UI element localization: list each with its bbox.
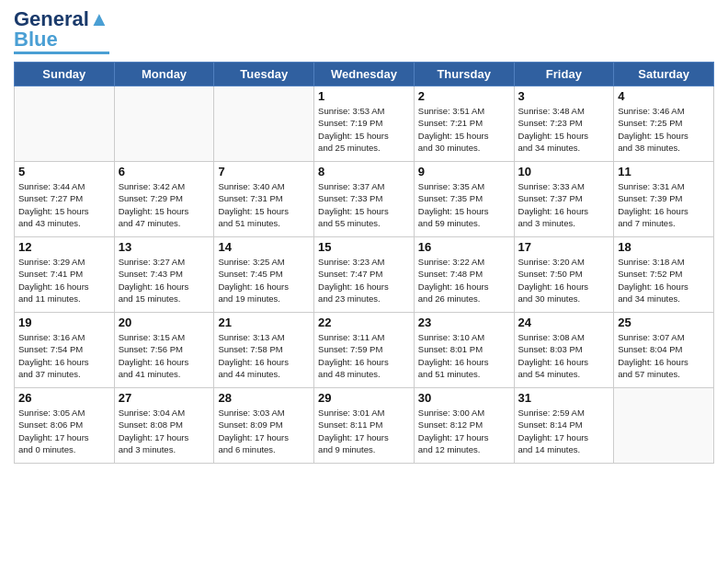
logo-line bbox=[14, 52, 109, 54]
calendar-cell: 11Sunrise: 3:31 AMSunset: 7:39 PMDayligh… bbox=[614, 162, 714, 237]
day-info: Sunrise: 2:59 AMSunset: 8:14 PMDaylight:… bbox=[518, 407, 610, 455]
logo-text: General▲ bbox=[14, 9, 109, 29]
calendar-cell: 1Sunrise: 3:53 AMSunset: 7:19 PMDaylight… bbox=[314, 86, 415, 162]
calendar-cell: 5Sunrise: 3:44 AMSunset: 7:27 PMDaylight… bbox=[15, 162, 115, 237]
day-number: 29 bbox=[318, 391, 410, 405]
day-info: Sunrise: 3:23 AMSunset: 7:47 PMDaylight:… bbox=[318, 256, 410, 304]
day-number: 28 bbox=[218, 391, 310, 405]
day-info: Sunrise: 3:16 AMSunset: 7:54 PMDaylight:… bbox=[18, 331, 110, 380]
day-number: 17 bbox=[518, 240, 610, 254]
calendar-cell: 3Sunrise: 3:48 AMSunset: 7:23 PMDaylight… bbox=[514, 86, 614, 162]
day-info: Sunrise: 3:05 AMSunset: 8:06 PMDaylight:… bbox=[18, 407, 110, 455]
calendar-cell: 12Sunrise: 3:29 AMSunset: 7:41 PMDayligh… bbox=[15, 237, 115, 313]
day-number: 11 bbox=[618, 165, 710, 178]
day-number: 26 bbox=[18, 391, 110, 405]
day-info: Sunrise: 3:04 AMSunset: 8:08 PMDaylight:… bbox=[119, 407, 210, 455]
day-info: Sunrise: 3:44 AMSunset: 7:27 PMDaylight:… bbox=[18, 180, 110, 229]
calendar-cell: 8Sunrise: 3:37 AMSunset: 7:33 PMDaylight… bbox=[314, 162, 415, 237]
day-info: Sunrise: 3:15 AMSunset: 7:56 PMDaylight:… bbox=[119, 331, 210, 380]
day-of-week-header: Thursday bbox=[414, 63, 514, 86]
header: General▲ Blue bbox=[14, 9, 714, 54]
day-number: 21 bbox=[218, 316, 310, 329]
calendar-cell: 21Sunrise: 3:13 AMSunset: 7:58 PMDayligh… bbox=[214, 313, 314, 388]
day-number: 1 bbox=[318, 89, 410, 103]
day-info: Sunrise: 3:31 AMSunset: 7:39 PMDaylight:… bbox=[618, 180, 710, 229]
day-info: Sunrise: 3:11 AMSunset: 7:59 PMDaylight:… bbox=[318, 331, 410, 380]
calendar-week-row: 5Sunrise: 3:44 AMSunset: 7:27 PMDaylight… bbox=[15, 162, 714, 237]
day-number: 23 bbox=[418, 316, 510, 329]
day-info: Sunrise: 3:18 AMSunset: 7:52 PMDaylight:… bbox=[618, 256, 710, 304]
day-number: 19 bbox=[18, 316, 110, 329]
day-info: Sunrise: 3:46 AMSunset: 7:25 PMDaylight:… bbox=[618, 105, 710, 154]
day-number: 20 bbox=[119, 316, 210, 329]
day-number: 3 bbox=[518, 89, 610, 103]
day-of-week-header: Saturday bbox=[614, 63, 714, 86]
day-info: Sunrise: 3:33 AMSunset: 7:37 PMDaylight:… bbox=[518, 180, 610, 229]
calendar-cell: 18Sunrise: 3:18 AMSunset: 7:52 PMDayligh… bbox=[614, 237, 714, 313]
day-info: Sunrise: 3:48 AMSunset: 7:23 PMDaylight:… bbox=[518, 105, 610, 154]
day-number: 10 bbox=[518, 165, 610, 178]
logo-blue: Blue bbox=[14, 29, 58, 50]
day-number: 8 bbox=[318, 165, 410, 178]
calendar-cell: 17Sunrise: 3:20 AMSunset: 7:50 PMDayligh… bbox=[514, 237, 614, 313]
calendar-cell: 13Sunrise: 3:27 AMSunset: 7:43 PMDayligh… bbox=[114, 237, 214, 313]
calendar-cell: 30Sunrise: 3:00 AMSunset: 8:12 PMDayligh… bbox=[414, 388, 514, 464]
calendar-week-row: 1Sunrise: 3:53 AMSunset: 7:19 PMDaylight… bbox=[15, 86, 714, 162]
day-info: Sunrise: 3:20 AMSunset: 7:50 PMDaylight:… bbox=[518, 256, 610, 304]
day-of-week-row: SundayMondayTuesdayWednesdayThursdayFrid… bbox=[15, 63, 714, 86]
day-number: 30 bbox=[418, 391, 510, 405]
day-info: Sunrise: 3:53 AMSunset: 7:19 PMDaylight:… bbox=[318, 105, 410, 154]
day-number: 12 bbox=[18, 240, 110, 254]
calendar-cell: 26Sunrise: 3:05 AMSunset: 8:06 PMDayligh… bbox=[15, 388, 115, 464]
day-number: 5 bbox=[18, 165, 110, 178]
calendar-cell: 14Sunrise: 3:25 AMSunset: 7:45 PMDayligh… bbox=[214, 237, 314, 313]
day-info: Sunrise: 3:22 AMSunset: 7:48 PMDaylight:… bbox=[418, 256, 510, 304]
calendar-cell: 19Sunrise: 3:16 AMSunset: 7:54 PMDayligh… bbox=[15, 313, 115, 388]
day-number: 25 bbox=[618, 316, 710, 329]
day-info: Sunrise: 3:07 AMSunset: 8:04 PMDaylight:… bbox=[618, 331, 710, 380]
calendar-cell bbox=[15, 86, 115, 162]
day-info: Sunrise: 3:03 AMSunset: 8:09 PMDaylight:… bbox=[218, 407, 310, 455]
calendar-cell: 24Sunrise: 3:08 AMSunset: 8:03 PMDayligh… bbox=[514, 313, 614, 388]
day-number: 6 bbox=[119, 165, 210, 178]
calendar-week-row: 12Sunrise: 3:29 AMSunset: 7:41 PMDayligh… bbox=[15, 237, 714, 313]
calendar-table: SundayMondayTuesdayWednesdayThursdayFrid… bbox=[14, 62, 714, 464]
day-number: 18 bbox=[618, 240, 710, 254]
day-of-week-header: Friday bbox=[514, 63, 614, 86]
calendar-cell: 16Sunrise: 3:22 AMSunset: 7:48 PMDayligh… bbox=[414, 237, 514, 313]
calendar-cell bbox=[214, 86, 314, 162]
day-number: 7 bbox=[218, 165, 310, 178]
page-container: General▲ Blue SundayMondayTuesdayWednesd… bbox=[0, 0, 728, 473]
day-info: Sunrise: 3:42 AMSunset: 7:29 PMDaylight:… bbox=[119, 180, 210, 229]
day-info: Sunrise: 3:00 AMSunset: 8:12 PMDaylight:… bbox=[418, 407, 510, 455]
day-info: Sunrise: 3:08 AMSunset: 8:03 PMDaylight:… bbox=[518, 331, 610, 380]
day-info: Sunrise: 3:13 AMSunset: 7:58 PMDaylight:… bbox=[218, 331, 310, 380]
day-of-week-header: Sunday bbox=[15, 63, 115, 86]
calendar-week-row: 26Sunrise: 3:05 AMSunset: 8:06 PMDayligh… bbox=[15, 388, 714, 464]
calendar-cell: 31Sunrise: 2:59 AMSunset: 8:14 PMDayligh… bbox=[514, 388, 614, 464]
day-info: Sunrise: 3:01 AMSunset: 8:11 PMDaylight:… bbox=[318, 407, 410, 455]
day-info: Sunrise: 3:27 AMSunset: 7:43 PMDaylight:… bbox=[119, 256, 210, 304]
day-number: 15 bbox=[318, 240, 410, 254]
day-info: Sunrise: 3:25 AMSunset: 7:45 PMDaylight:… bbox=[218, 256, 310, 304]
day-number: 4 bbox=[618, 89, 710, 103]
day-number: 16 bbox=[418, 240, 510, 254]
calendar-cell: 15Sunrise: 3:23 AMSunset: 7:47 PMDayligh… bbox=[314, 237, 415, 313]
day-number: 22 bbox=[318, 316, 410, 329]
calendar-cell: 28Sunrise: 3:03 AMSunset: 8:09 PMDayligh… bbox=[214, 388, 314, 464]
calendar-cell: 29Sunrise: 3:01 AMSunset: 8:11 PMDayligh… bbox=[314, 388, 415, 464]
logo: General▲ Blue bbox=[14, 9, 109, 54]
calendar-cell: 4Sunrise: 3:46 AMSunset: 7:25 PMDaylight… bbox=[614, 86, 714, 162]
day-info: Sunrise: 3:51 AMSunset: 7:21 PMDaylight:… bbox=[418, 105, 510, 154]
day-info: Sunrise: 3:29 AMSunset: 7:41 PMDaylight:… bbox=[18, 256, 110, 304]
day-info: Sunrise: 3:10 AMSunset: 8:01 PMDaylight:… bbox=[418, 331, 510, 380]
day-number: 14 bbox=[218, 240, 310, 254]
calendar-cell bbox=[114, 86, 214, 162]
calendar-cell: 27Sunrise: 3:04 AMSunset: 8:08 PMDayligh… bbox=[114, 388, 214, 464]
calendar-cell: 2Sunrise: 3:51 AMSunset: 7:21 PMDaylight… bbox=[414, 86, 514, 162]
calendar-cell: 25Sunrise: 3:07 AMSunset: 8:04 PMDayligh… bbox=[614, 313, 714, 388]
calendar-cell: 22Sunrise: 3:11 AMSunset: 7:59 PMDayligh… bbox=[314, 313, 415, 388]
day-of-week-header: Wednesday bbox=[314, 63, 415, 86]
day-number: 9 bbox=[418, 165, 510, 178]
calendar-cell: 6Sunrise: 3:42 AMSunset: 7:29 PMDaylight… bbox=[114, 162, 214, 237]
